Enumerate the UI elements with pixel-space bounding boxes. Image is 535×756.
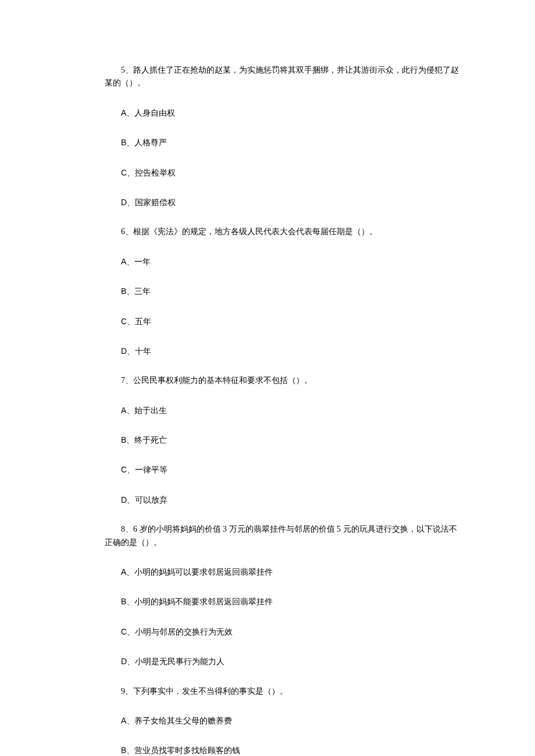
option-text: 国家赔偿权 xyxy=(135,198,176,207)
option-text: 一律平等 xyxy=(135,465,167,474)
option-separator: 、 xyxy=(126,568,134,576)
option: C、小明与邻居的交换行为无效 xyxy=(105,625,459,639)
option-text: 小明是无民事行为能力人 xyxy=(135,657,224,666)
option: D、十年 xyxy=(105,345,459,358)
option-letter: C xyxy=(121,168,127,177)
option: C、一律平等 xyxy=(105,463,459,476)
option: C、五年 xyxy=(105,315,459,328)
option: A、人身自由权 xyxy=(105,106,459,120)
option: A、始于出生 xyxy=(105,404,459,417)
option-text: 营业员找零时多找给顾客的钱 xyxy=(134,746,240,755)
option-separator: 、 xyxy=(126,138,134,147)
option-letter: D xyxy=(121,198,127,207)
option: D、国家赔偿权 xyxy=(105,196,459,209)
question-text: 8、6 岁的小明将妈妈的价值 3 万元的翡翠挂件与邻居的价值 5 元的玩具进行交… xyxy=(105,523,459,549)
option-separator: 、 xyxy=(127,317,135,326)
option-letter: B xyxy=(121,746,126,755)
option-letter: A xyxy=(121,716,126,725)
option-text: 小明的妈妈不能要求邻居返回翡翠挂件 xyxy=(134,597,273,606)
option-text: 小明的妈妈可以要求邻居返回翡翠挂件 xyxy=(134,568,273,576)
option: C、控告检举权 xyxy=(105,166,459,180)
option-separator: 、 xyxy=(126,716,134,725)
option-text: 小明与邻居的交换行为无效 xyxy=(135,628,233,636)
option-letter: D xyxy=(121,657,127,666)
option-separator: 、 xyxy=(127,465,135,474)
option-separator: 、 xyxy=(126,436,134,445)
option: B、三年 xyxy=(105,285,459,298)
option-letter: C xyxy=(121,317,127,326)
option: A、小明的妈妈可以要求邻居返回翡翠挂件 xyxy=(105,565,459,579)
question-text: 9、下列事实中，发生不当得利的事实是（）。 xyxy=(105,685,459,698)
option-text: 十年 xyxy=(135,347,151,356)
option-letter: D xyxy=(121,346,127,356)
option-separator: 、 xyxy=(127,496,135,504)
option: B、营业员找零时多找给顾客的钱 xyxy=(105,744,459,756)
option-text: 人格尊严 xyxy=(134,138,167,147)
option-separator: 、 xyxy=(126,746,134,755)
option-letter: B xyxy=(121,597,126,606)
option-letter: B xyxy=(121,435,126,445)
question-text: 5、路人抓住了正在抢劫的赵某，为实施惩罚将其双手捆绑，并让其游街示众，此行为侵犯… xyxy=(105,64,459,90)
option-letter: A xyxy=(121,108,126,117)
option-separator: 、 xyxy=(127,657,135,666)
option-text: 终于死亡 xyxy=(134,436,167,445)
option-separator: 、 xyxy=(127,347,135,356)
option: B、人格尊严 xyxy=(105,136,459,149)
option-separator: 、 xyxy=(126,257,134,266)
option-separator: 、 xyxy=(126,406,134,415)
document-content: 5、路人抓住了正在抢劫的赵某，为实施惩罚将其双手捆绑，并让其游街示众，此行为侵犯… xyxy=(105,64,459,756)
question-text: 7、公民民事权利能力的基本特征和要求不包括（）。 xyxy=(105,374,459,387)
option-letter: B xyxy=(121,138,126,147)
option-letter: A xyxy=(121,567,126,576)
option-separator: 、 xyxy=(127,198,135,207)
option: A、养子女给其生父母的赡养费 xyxy=(105,714,459,728)
option-text: 一年 xyxy=(134,257,151,266)
option-text: 可以放弃 xyxy=(135,496,167,504)
option-letter: C xyxy=(121,465,127,474)
option-text: 人身自由权 xyxy=(134,109,175,117)
option-separator: 、 xyxy=(126,597,134,606)
question-text: 6、根据《宪法》的规定，地方各级人民代表大会代表每届任期是（）。 xyxy=(105,225,459,238)
option: B、终于死亡 xyxy=(105,433,459,447)
option-text: 始于出生 xyxy=(134,406,167,415)
option-letter: A xyxy=(121,257,126,266)
option-letter: D xyxy=(121,495,127,504)
option-separator: 、 xyxy=(126,287,134,296)
option-text: 控告检举权 xyxy=(135,169,176,177)
option-letter: A xyxy=(121,406,126,415)
option: B、小明的妈妈不能要求邻居返回翡翠挂件 xyxy=(105,595,459,608)
option-separator: 、 xyxy=(127,169,135,177)
option-letter: C xyxy=(121,627,127,636)
option-separator: 、 xyxy=(127,628,135,636)
option-text: 三年 xyxy=(134,287,151,296)
option-text: 五年 xyxy=(135,317,151,326)
option-separator: 、 xyxy=(126,109,134,117)
option: D、小明是无民事行为能力人 xyxy=(105,655,459,668)
option: D、可以放弃 xyxy=(105,493,459,507)
option-letter: B xyxy=(121,286,126,296)
option-text: 养子女给其生父母的赡养费 xyxy=(134,716,232,725)
option: A、一年 xyxy=(105,255,459,268)
